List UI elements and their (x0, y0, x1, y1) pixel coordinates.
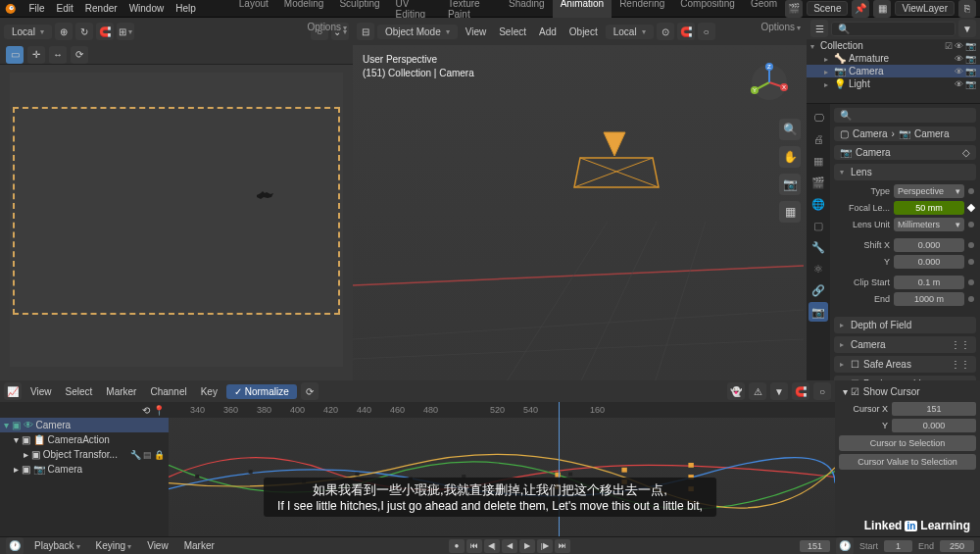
tab-physics-icon[interactable]: ⚛ (808, 259, 828, 278)
prop-search-row[interactable]: 🔍 (834, 108, 976, 123)
menu-select[interactable]: Select (494, 26, 531, 37)
axis-gizmo[interactable]: Y X Z (750, 63, 789, 102)
new-viewlayer-icon[interactable]: ⎘ (958, 0, 976, 18)
tab-world-icon[interactable]: 🌐 (808, 194, 828, 214)
armature-expand-icon[interactable] (824, 53, 831, 64)
menu-add[interactable]: Add (534, 26, 562, 37)
tab-data-camera-icon[interactable]: 📷 (808, 302, 828, 322)
keyframe-prev-icon[interactable]: ◀| (484, 539, 500, 553)
tab-constraints-icon[interactable]: 🔗 (808, 280, 828, 300)
outliner-item-armature[interactable]: 🦴 Armature 👁📷 (807, 52, 980, 65)
play-icon[interactable]: ▶ (519, 539, 535, 553)
snap-toggle-icon[interactable]: 🧲 (677, 23, 695, 40)
start-frame-field[interactable]: 1 (884, 540, 912, 552)
channel-camera-root[interactable]: ▾ ▣ 👁 Camera (0, 418, 169, 432)
left-camera-canvas[interactable] (10, 73, 343, 367)
mode-dropdown[interactable]: Object Mode (377, 25, 458, 39)
preview-range-icon[interactable]: 🕐 (836, 537, 854, 555)
gizmo-rotate-icon[interactable]: ↻ (75, 23, 93, 40)
camera-expand-icon[interactable] (824, 66, 831, 76)
prop-breadcrumb[interactable]: ▢Camera › 📷Camera (834, 126, 976, 141)
left-orientation-dropdown[interactable]: Local (4, 25, 52, 39)
graph-channel[interactable]: Channel (145, 386, 191, 397)
outliner-search[interactable]: 🔍 (831, 22, 956, 36)
tab-viewlayer-icon[interactable]: ▦ (808, 151, 828, 171)
normalize-button[interactable]: ✓ Normalize (226, 384, 297, 399)
light-expand-icon[interactable] (824, 78, 831, 89)
center-3d-canvas[interactable]: User Perspective (151) Collection | Came… (353, 45, 807, 380)
select-box-icon[interactable]: ▭ (6, 46, 24, 64)
viewlayer-field[interactable]: ViewLayer (895, 1, 955, 16)
tab-object-icon[interactable]: ▢ (808, 216, 828, 235)
perspective-toggle-icon[interactable]: ▦ (779, 201, 801, 223)
type-dropdown[interactable]: Perspective▾ (894, 184, 964, 198)
center-orientation-dropdown[interactable]: Local (606, 25, 654, 39)
clipstart-field[interactable]: 0.1 m (894, 276, 964, 289)
cursor-value-to-selection-button[interactable]: Cursor Value to Selection (839, 454, 976, 470)
pan-icon[interactable]: ✋ (779, 146, 801, 168)
move-tool-icon[interactable]: ↔ (49, 46, 67, 64)
timeline-editor-icon[interactable]: 🕐 (6, 537, 24, 555)
tab-render-icon[interactable]: 🖵 (808, 108, 828, 127)
timeline-marker[interactable]: Marker (179, 540, 220, 551)
gizmo-move-icon[interactable]: ⊕ (55, 23, 73, 40)
ghost-icon[interactable]: 👻 (727, 382, 745, 400)
outliner-collection-row[interactable]: Collection ☑👁📷 (807, 39, 980, 52)
jump-end-icon[interactable]: ⏭ (555, 539, 570, 553)
menu-edit[interactable]: Edit (51, 3, 79, 14)
channel-camera-data[interactable]: ▸ ▣ 📷 Camera (0, 462, 169, 477)
keyframe-next-icon[interactable]: |▶ (537, 539, 553, 553)
graph-view[interactable]: View (25, 386, 57, 397)
menu-object[interactable]: Object (564, 26, 603, 37)
cursory-field[interactable]: 0.000 (892, 419, 976, 432)
channel-camera-action[interactable]: ▾ ▣ 📋 CameraAction (0, 432, 169, 447)
end-frame-field[interactable]: 250 (940, 540, 974, 552)
lens-header[interactable]: Lens (834, 164, 976, 180)
show-cursor-header[interactable]: ▾ ☑Show Cursor (839, 384, 976, 399)
snap-icon[interactable]: 🧲 (792, 382, 809, 400)
shiftx-anim-dot[interactable] (968, 242, 974, 248)
left-options[interactable]: Options (308, 22, 347, 32)
tab-output-icon[interactable]: 🖨 (808, 129, 828, 149)
tab-modifiers-icon[interactable]: 🔧 (808, 237, 828, 257)
timeline-view[interactable]: View (142, 540, 173, 551)
zoom-icon[interactable]: 🔍 (779, 119, 801, 140)
keying-menu[interactable]: Keying (91, 540, 137, 551)
play-reverse-icon[interactable]: ◀ (502, 539, 517, 553)
type-anim-dot[interactable] (968, 188, 974, 194)
graph-marker[interactable]: Marker (101, 386, 141, 397)
cursor-tool-icon[interactable]: ✛ (27, 46, 45, 64)
center-options[interactable]: Options (761, 22, 801, 32)
shifty-anim-dot[interactable] (968, 259, 974, 265)
proportional-icon[interactable]: ○ (813, 382, 831, 400)
collection-expand-icon[interactable] (810, 40, 817, 51)
channel-object-transform[interactable]: ▸ ▣ Object Transfor... 🔧▤🔒 (0, 447, 169, 462)
tab-scene-icon[interactable]: 🎬 (808, 173, 828, 192)
lensunit-anim-dot[interactable] (968, 222, 974, 227)
shiftx-field[interactable]: 0.000 (894, 238, 964, 252)
clipstart-anim-dot[interactable] (968, 279, 974, 285)
focal-keyframe-dot[interactable] (967, 204, 975, 212)
shifty-field[interactable]: 0.000 (894, 255, 964, 269)
filter-icon[interactable]: ▼ (958, 20, 976, 37)
cursorx-field[interactable]: 151 (892, 402, 976, 416)
clipend-anim-dot[interactable] (968, 296, 974, 302)
current-frame-field[interactable]: 151 (800, 540, 830, 552)
playback-menu[interactable]: Playback (29, 540, 85, 551)
normalize-auto-icon[interactable]: ⟳ (301, 382, 318, 400)
lensunit-dropdown[interactable]: Millimeters▾ (894, 218, 964, 231)
pivot-icon[interactable]: ⊙ (657, 23, 674, 40)
scene-name-field[interactable]: Scene (807, 1, 848, 16)
focal-field[interactable]: 50 mm (894, 201, 964, 215)
menu-render[interactable]: Render (79, 3, 123, 14)
autokeying-icon[interactable]: ● (449, 539, 465, 553)
jump-start-icon[interactable]: ⏮ (466, 539, 482, 553)
safeareas-header[interactable]: ☐Safe Areas⋮⋮ (834, 356, 976, 373)
outliner-item-camera[interactable]: 📷 Camera 👁📷 (807, 65, 980, 77)
camera-section-header[interactable]: Camera⋮⋮ (834, 336, 976, 353)
outliner-item-light[interactable]: 💡 Light 👁📷 (807, 77, 980, 90)
menu-file[interactable]: File (23, 3, 50, 14)
menu-window[interactable]: Window (123, 3, 171, 14)
warn-icon[interactable]: ⚠ (749, 382, 766, 400)
proportional-icon2[interactable]: ○ (698, 23, 715, 40)
